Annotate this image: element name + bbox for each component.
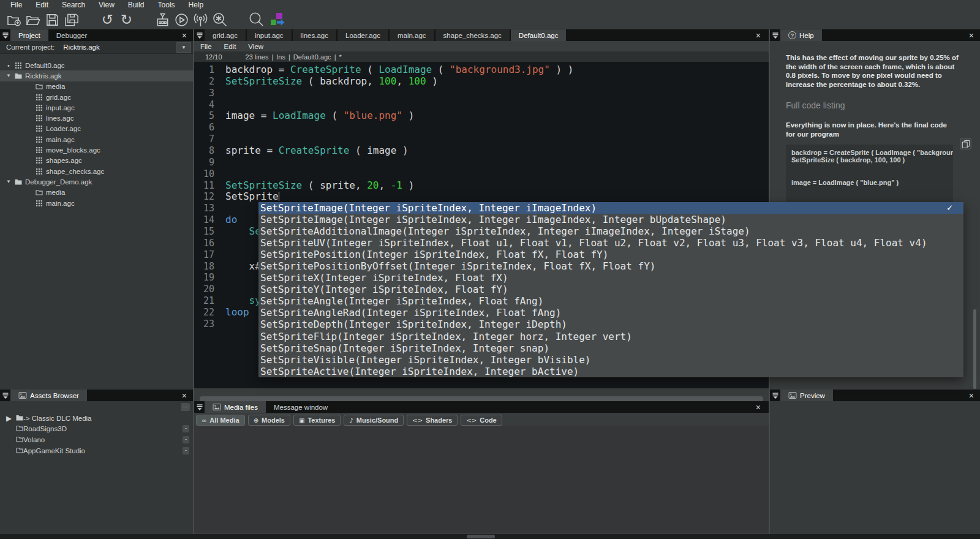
asset-folder-volano[interactable]: Volano-	[0, 434, 193, 445]
menu-file[interactable]: File	[4, 0, 29, 10]
tree-item-lines-agc[interactable]: lines.agc	[0, 113, 193, 123]
autocomplete-item[interactable]: SetSpriteSnap(Integer iSpriteIndex, Inte…	[258, 342, 963, 354]
menu-build[interactable]: Build	[121, 0, 151, 10]
autocomplete-item[interactable]: SetSpriteDepth(Integer iSpriteIndex, Int…	[258, 318, 963, 330]
dock-icon[interactable]	[770, 29, 780, 41]
editor-tab-input-agc[interactable]: input.agc	[247, 29, 292, 41]
code-line: 2SetSpriteSize ( backdrop, 100, 100 )	[194, 76, 769, 88]
tab-debugger[interactable]: Debugger	[48, 29, 96, 41]
filter-music-sound[interactable]: ♪Music/Sound	[344, 415, 404, 426]
autocomplete-item[interactable]: SetSpritePosition(Integer iSpriteIndex, …	[258, 249, 963, 260]
editor-tab-main-agc[interactable]: main.agc	[390, 29, 434, 41]
tree-item-ricktris-agk[interactable]: ▼Ricktris.agk	[0, 70, 193, 81]
editor-tab-shape-checks-agc[interactable]: shape_checks.agc	[435, 29, 510, 41]
menu-tools[interactable]: Tools	[151, 0, 182, 10]
chevron-right-icon[interactable]: ▶	[6, 414, 16, 423]
filter-models[interactable]: ⊕Models	[248, 415, 290, 426]
autocomplete-item[interactable]: SetSpriteX(Integer iSpriteIndex, Float f…	[258, 272, 963, 284]
menu-help[interactable]: Help	[182, 0, 211, 10]
dock-icon[interactable]	[194, 29, 205, 41]
asset-folder-roadsigns3d[interactable]: RoadSigns3D-	[0, 424, 193, 435]
editor-menu-view[interactable]: View	[242, 43, 270, 50]
tab-help[interactable]: ? Help	[780, 29, 822, 41]
collapse-button[interactable]: -	[183, 436, 189, 443]
filter-shaders[interactable]: <>Shaders	[407, 415, 458, 426]
new-project-icon[interactable]	[5, 11, 24, 28]
folder-icon	[16, 425, 23, 432]
close-icon[interactable]: ×	[180, 390, 189, 401]
close-icon[interactable]: ×	[967, 390, 976, 401]
autocomplete-item[interactable]: SetSpriteImage(Integer iSpriteIndex, Int…	[258, 202, 963, 214]
bottom-scrollbar-handle[interactable]	[467, 535, 495, 538]
tree-item-main-agc[interactable]: main.agc	[0, 134, 193, 145]
filter-textures[interactable]: ▣Textures	[293, 415, 341, 426]
autocomplete-item[interactable]: SetSpriteUV(Integer iSpriteIndex, Float …	[258, 237, 963, 249]
editor-tab-lines-agc[interactable]: lines.agc	[293, 29, 336, 41]
filter-code[interactable]: <>Code	[461, 415, 502, 426]
tab-message-window[interactable]: Message window	[266, 401, 336, 413]
close-icon[interactable]: ×	[180, 29, 189, 41]
collapse-button[interactable]: -	[183, 425, 189, 432]
tab-preview[interactable]: Preview	[780, 390, 833, 401]
autocomplete-item[interactable]: SetSpriteAngle(Integer iSpriteIndex, Flo…	[258, 295, 963, 307]
tree-item-default0-agc[interactable]: •Default0.agc	[0, 60, 193, 70]
chevron-down-icon[interactable]: ▼	[4, 179, 13, 184]
asset-folder-classic-dlc-media[interactable]: ▶-> Classic DLC Media	[0, 413, 193, 424]
tab-assets-browser[interactable]: Assets Browser	[10, 390, 87, 401]
autocomplete-item[interactable]: SetSpriteVisible(Integer iSpriteIndex, I…	[258, 354, 963, 366]
tree-item-media[interactable]: media	[0, 81, 193, 92]
editor-tab-grid-agc[interactable]: grid.agc	[205, 29, 246, 41]
menu-search[interactable]: Search	[55, 0, 92, 10]
asset-folder-appgamekit-studio[interactable]: AppGameKit Studio-	[0, 445, 193, 456]
close-icon[interactable]: ×	[754, 29, 763, 41]
tree-item-input-agc[interactable]: input.agc	[0, 102, 193, 113]
editor-menu-edit[interactable]: Edit	[218, 43, 243, 50]
tree-item-main-agc[interactable]: main.agc	[0, 198, 193, 208]
open-project-icon[interactable]	[24, 11, 43, 28]
save-all-icon[interactable]	[62, 11, 81, 28]
collapse-button[interactable]: -	[183, 447, 189, 454]
tree-item-shape-checks-agc[interactable]: shape_checks.agc	[0, 166, 193, 176]
menu-view[interactable]: View	[92, 0, 121, 10]
broadcast-icon[interactable]	[191, 11, 210, 28]
menu-edit[interactable]: Edit	[29, 0, 55, 10]
assets-menu-button[interactable]: ...	[181, 403, 190, 411]
filter-all-media[interactable]: ∞All Media	[196, 415, 245, 426]
editor-tab-default0-agc[interactable]: Default0.agc	[511, 29, 567, 41]
editor-menu-file[interactable]: File	[194, 43, 218, 50]
run-icon[interactable]	[172, 11, 191, 28]
dock-icon[interactable]	[770, 390, 780, 401]
copy-code-button[interactable]	[960, 138, 971, 149]
compile-icon[interactable]	[153, 11, 172, 28]
chevron-down-icon[interactable]: ▼	[4, 73, 13, 78]
autocomplete-item[interactable]: SetSpritePositionByOffset(Integer iSprit…	[258, 260, 963, 272]
dock-icon[interactable]	[194, 401, 205, 413]
autocomplete-item[interactable]: SetSpriteFlip(Integer iSpriteIndex, Inte…	[258, 331, 963, 342]
tab-media-files[interactable]: Media files	[205, 401, 266, 413]
tree-item-debugger-demo-agk[interactable]: ▼Debugger_Demo.agk	[0, 176, 193, 187]
debug-icon[interactable]	[210, 11, 229, 28]
redo-icon[interactable]: ↻	[117, 11, 136, 28]
undo-icon[interactable]: ↺	[98, 11, 117, 28]
editor-tab-loader-agc[interactable]: Loader.agc	[337, 29, 388, 41]
dock-icon[interactable]	[0, 390, 10, 401]
dock-icon[interactable]	[0, 29, 10, 41]
export-icon[interactable]	[268, 11, 287, 28]
tree-item-loader-agc[interactable]: Loader.agc	[0, 124, 193, 134]
help-scrollbar[interactable]	[973, 309, 976, 389]
close-icon[interactable]: ×	[754, 401, 763, 413]
tree-item-grid-agc[interactable]: grid.agc	[0, 92, 193, 102]
tree-item-move-blocks-agc[interactable]: move_blocks.agc	[0, 145, 193, 155]
tab-project[interactable]: Project	[10, 29, 48, 41]
autocomplete-item[interactable]: SetSpriteAdditionalImage(Integer iSprite…	[258, 225, 963, 237]
save-icon[interactable]	[43, 11, 62, 28]
search-icon[interactable]	[246, 11, 265, 28]
close-icon[interactable]: ×	[967, 29, 976, 41]
autocomplete-item[interactable]: SetSpriteY(Integer iSpriteIndex, Float f…	[258, 284, 963, 295]
autocomplete-item[interactable]: SetSpriteActive(Integer iSpriteIndex, In…	[258, 366, 963, 377]
autocomplete-item[interactable]: SetSpriteImage(Integer iSpriteIndex, Int…	[258, 214, 963, 225]
autocomplete-item[interactable]: SetSpriteAngleRad(Integer iSpriteIndex, …	[258, 307, 963, 318]
project-dropdown-button[interactable]: ▼	[176, 42, 191, 53]
tree-item-media[interactable]: media	[0, 187, 193, 198]
tree-item-shapes-agc[interactable]: shapes.agc	[0, 156, 193, 166]
